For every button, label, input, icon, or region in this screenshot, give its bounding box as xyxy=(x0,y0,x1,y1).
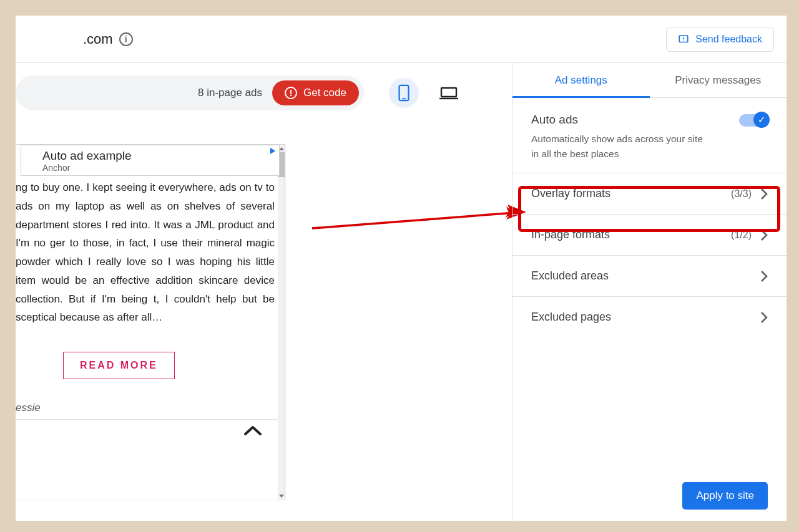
overlay-formats-label: Overlay formats xyxy=(531,187,610,200)
desktop-icon xyxy=(439,86,458,100)
excluded-areas-label: Excluded areas xyxy=(531,269,609,283)
settings-tabs: Ad settings Privacy messages xyxy=(512,63,787,98)
auto-ads-description: Automatically show ads across your site … xyxy=(531,132,712,162)
svg-rect-5 xyxy=(441,88,456,97)
overlay-formats-item[interactable]: Overlay formats (3/3) xyxy=(512,173,787,214)
send-feedback-label: Send feedback xyxy=(695,34,762,45)
header-bar: .com i Send feedback xyxy=(16,16,787,63)
toggle-knob-check-icon: ✓ xyxy=(753,112,770,128)
main-area: 8 in-page ads ! Get code xyxy=(16,63,787,521)
toolbar-pill: 8 in-page ads ! Get code xyxy=(16,75,364,110)
site-name: .com i xyxy=(83,31,133,47)
ad-example-title: Auto ad example xyxy=(42,149,273,163)
tab-privacy-messages[interactable]: Privacy messages xyxy=(650,63,787,97)
chevron-right-icon xyxy=(760,311,768,324)
auto-ads-title: Auto ads xyxy=(531,113,712,127)
article-author: essie xyxy=(16,402,285,414)
ad-example-subtitle: Anchor xyxy=(42,163,273,173)
auto-ad-card: Auto ad example Anchor xyxy=(21,145,280,176)
svg-line-7 xyxy=(312,213,515,228)
ad-triangle-icon xyxy=(270,148,275,154)
send-feedback-button[interactable]: Send feedback xyxy=(666,27,774,52)
excluded-pages-label: Excluded pages xyxy=(531,311,611,324)
svg-point-2 xyxy=(684,40,684,41)
app-window: .com i Send feedback 8 in-page ads ! Get… xyxy=(16,16,787,521)
auto-ads-row: Auto ads Automatically show ads across y… xyxy=(512,98,787,173)
site-domain-text: .com xyxy=(83,31,113,47)
scroll-top-button[interactable] xyxy=(243,420,262,440)
settings-panel: Ad settings Privacy messages Auto ads Au… xyxy=(512,63,787,521)
desktop-device-button[interactable] xyxy=(434,78,464,108)
chevron-up-icon xyxy=(243,425,262,436)
apply-row: Apply to site xyxy=(512,471,787,521)
mobile-device-button[interactable] xyxy=(389,78,419,108)
annotation-arrow xyxy=(309,203,534,235)
inpage-formats-item[interactable]: In-page formats (1/2) xyxy=(512,214,787,255)
info-icon[interactable]: i xyxy=(119,32,133,46)
chevron-right-icon xyxy=(760,188,768,200)
tab-ad-settings[interactable]: Ad settings xyxy=(512,63,650,97)
article-divider xyxy=(16,419,285,420)
get-code-label: Get code xyxy=(303,87,346,99)
article-text: ng to buy one. I kept seeing it everywhe… xyxy=(16,178,285,327)
excluded-pages-item[interactable]: Excluded pages xyxy=(512,296,787,337)
excluded-areas-item[interactable]: Excluded areas xyxy=(512,255,787,296)
auto-ads-toggle[interactable]: ✓ xyxy=(739,114,768,127)
preview-scrollbar[interactable] xyxy=(278,145,285,500)
device-toggle xyxy=(389,78,464,108)
preview-toolbar: 8 in-page ads ! Get code xyxy=(16,63,512,110)
mobile-preview-frame: Auto ad example Anchor ng to buy one. I … xyxy=(16,144,285,500)
get-code-button[interactable]: ! Get code xyxy=(272,80,359,105)
preview-column: 8 in-page ads ! Get code xyxy=(16,63,512,521)
inpage-formats-count: (1/2) xyxy=(731,230,752,241)
inpage-ads-count: 8 in-page ads xyxy=(198,87,262,99)
chevron-right-icon xyxy=(760,229,768,241)
mobile-icon xyxy=(397,84,411,102)
feedback-icon xyxy=(678,34,689,45)
apply-to-site-button[interactable]: Apply to site xyxy=(682,482,768,510)
alert-icon: ! xyxy=(285,87,297,99)
overlay-formats-count: (3/3) xyxy=(731,188,752,200)
chevron-right-icon xyxy=(760,270,768,283)
inpage-formats-label: In-page formats xyxy=(531,228,610,241)
read-more-button[interactable]: READ MORE xyxy=(63,352,175,379)
